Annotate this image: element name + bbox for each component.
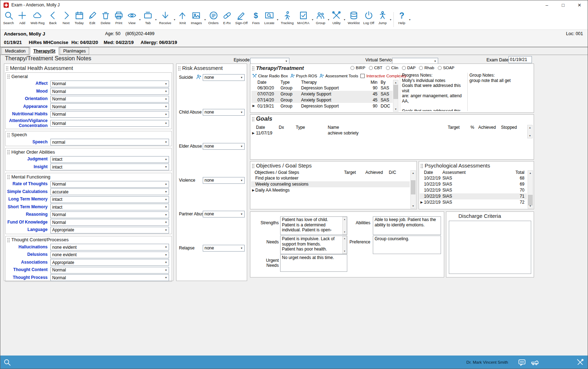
short-term-memory-select[interactable]: intact▼: [50, 204, 169, 210]
toolbar-utility-button[interactable]: Utility: [330, 10, 343, 29]
status-search-button[interactable]: [3, 358, 11, 366]
appearance-select[interactable]: Normal▼: [50, 103, 169, 110]
radio-dap[interactable]: DAP: [402, 66, 416, 70]
tab-therapy-st[interactable]: Therapy/St: [30, 47, 59, 55]
thought-process-select[interactable]: Normal▼: [50, 274, 169, 281]
toolbar-utility-dropdown[interactable]: ▾: [343, 18, 346, 21]
thought-content-select[interactable]: Normal▼: [50, 267, 169, 274]
toolbar-search-button[interactable]: Search: [1, 10, 16, 29]
toolbar-group-dropdown[interactable]: ▾: [327, 18, 330, 21]
toolbar-macra-button[interactable]: MACRA: [295, 10, 311, 29]
progress-notes-text[interactable]: Molly's individual notes Goals that were…: [402, 78, 467, 111]
toolbar-delete-button[interactable]: Delete: [99, 10, 112, 29]
group-notes-text[interactable]: group note that all get: [469, 78, 534, 83]
needs-textbox[interactable]: Patient is impulsive. Lack of support fr…: [280, 236, 347, 254]
assessment-row[interactable]: 10/22/19SIAS69: [420, 181, 527, 187]
close-button[interactable]: ✕: [571, 0, 588, 10]
tools-button[interactable]: [576, 358, 584, 366]
drag-grip-icon[interactable]: [7, 174, 10, 179]
toolbar-sign-off-button[interactable]: Sign-Off: [234, 10, 250, 29]
toolbar-help-dropdown[interactable]: ▾: [408, 18, 411, 21]
violence-select[interactable]: none▼: [203, 177, 245, 184]
messages-button[interactable]: [518, 358, 526, 366]
therapy-row[interactable]: ▶01/19/21GroupDepression Support90DOC: [251, 103, 393, 109]
scroll-up-icon[interactable]: ▲: [528, 171, 533, 175]
toolbar-tracking-button[interactable]: Tracking: [279, 10, 295, 29]
therapy-row[interactable]: 06/30/20GroupDepression Support90SAS: [251, 85, 393, 91]
toolbar-tab-button[interactable]: Tab: [141, 10, 154, 29]
scroll-down-icon[interactable]: ▼: [393, 107, 398, 111]
reasoning-select[interactable]: Normal▼: [50, 211, 169, 218]
mood-select[interactable]: Normal▼: [50, 88, 169, 95]
abilities-textbox[interactable]: Able to keep job. Patient has the abilit…: [373, 216, 441, 235]
radio-rhab[interactable]: Rhab: [419, 66, 434, 70]
toolbar-receive-dropdown[interactable]: ▾: [173, 18, 176, 21]
speech-select[interactable]: normal▼: [50, 139, 169, 145]
toolbar-locate-dropdown[interactable]: ▾: [276, 18, 279, 21]
toolbar-edit-button[interactable]: Edit: [86, 10, 99, 29]
toolbar-locate-button[interactable]: Locate: [262, 10, 276, 29]
drag-grip-icon[interactable]: [251, 116, 254, 121]
toolbar-print-button[interactable]: Print: [112, 10, 125, 29]
elder-abuse-select[interactable]: none▼: [203, 143, 245, 150]
urgent-needs-textbox[interactable]: No urget needs at this time.: [280, 254, 347, 272]
orientation-select[interactable]: Normal▼: [50, 96, 169, 103]
drag-grip-icon[interactable]: [7, 237, 10, 242]
toolbar-view-button[interactable]: View: [125, 10, 138, 29]
radio-clin[interactable]: Clin: [386, 66, 398, 70]
language-select[interactable]: Appropriate▼: [50, 227, 169, 233]
nutritional-habits-select[interactable]: Normal▼: [50, 111, 169, 118]
drag-grip-icon[interactable]: [251, 163, 254, 168]
tab-medication[interactable]: Medication: [1, 47, 29, 55]
psych-ros-button[interactable]: Psych ROS: [290, 73, 317, 78]
drag-grip-icon[interactable]: [7, 74, 10, 79]
drag-grip-icon[interactable]: [251, 66, 254, 71]
toolbar-fees-button[interactable]: $Fees: [249, 10, 262, 29]
toolbar-xmit-button[interactable]: Xmit: [176, 10, 189, 29]
toolbar-orders-button[interactable]: Orders: [207, 10, 220, 29]
toolbar-jump-dropdown[interactable]: ▾: [389, 18, 392, 21]
simple-calculations-select[interactable]: accurate▼: [50, 188, 169, 195]
assessment-row[interactable]: 10/22/19SIAS70: [420, 187, 527, 193]
minimize-button[interactable]: –: [539, 0, 555, 10]
radio-birp[interactable]: BIRP: [350, 66, 365, 70]
goals-row[interactable]: ▶11/07/19achieve sobriety: [250, 130, 534, 136]
textbox-scrollbar[interactable]: ▲▼: [342, 217, 347, 235]
goals-scrollbar[interactable]: ▲▼: [527, 125, 533, 138]
therapy-scrollbar[interactable]: ▲▼: [393, 80, 398, 112]
assessment-row[interactable]: ▶10/22/19SIAS72: [420, 199, 527, 205]
scroll-down-icon[interactable]: ▼: [528, 133, 532, 138]
drag-grip-icon[interactable]: [7, 149, 10, 154]
toolbar-group-button[interactable]: Group: [314, 10, 327, 29]
objectives-row[interactable]: ▶Daily AA Meetings: [251, 187, 410, 193]
relapse-select[interactable]: none▼: [203, 245, 245, 252]
toolbar-back-button[interactable]: Back: [47, 10, 60, 29]
scroll-up-icon[interactable]: ▲: [393, 80, 398, 85]
toolbar-view-dropdown[interactable]: ▾: [138, 18, 141, 21]
toolbar-worklist-button[interactable]: Worklist: [346, 10, 361, 29]
toolbar-add-button[interactable]: Add: [16, 10, 29, 29]
fund-of-knowledge-select[interactable]: Normal▼: [50, 219, 169, 226]
scroll-down-icon[interactable]: ▼: [411, 204, 415, 208]
toolbar-e-rx-button[interactable]: E-Rx: [220, 10, 234, 29]
suicide-select[interactable]: none▼: [203, 74, 245, 81]
toolbar-tab-dropdown[interactable]: ▾: [154, 18, 157, 21]
exam-date-input[interactable]: [508, 56, 532, 63]
toolbar-next-button[interactable]: Next: [60, 10, 73, 29]
toolbar-log-off-button[interactable]: Log Off: [361, 10, 376, 29]
drag-grip-icon[interactable]: [420, 163, 423, 168]
toolbar-receive-button[interactable]: Receive: [157, 10, 173, 29]
attention-vigilance-concentration-select[interactable]: Normal▼: [50, 120, 169, 127]
interactive-complexity-checkbox[interactable]: [360, 74, 365, 78]
radio-cbt[interactable]: CBT: [369, 66, 382, 70]
assessment-row[interactable]: 10/22/19SIAS71: [420, 193, 527, 199]
add-person-button[interactable]: [196, 74, 202, 80]
scroll-down-icon[interactable]: ▼: [343, 230, 347, 234]
drag-grip-icon[interactable]: [7, 132, 10, 137]
assessments-scrollbar[interactable]: ▲▼: [528, 170, 533, 209]
rate-of-thoughts-select[interactable]: Normal▼: [50, 181, 169, 188]
associations-select[interactable]: Appropriate▼: [50, 259, 169, 266]
toolbar-today-button[interactable]: Today: [73, 10, 86, 29]
objectives-row[interactable]: Find place to volunteer: [251, 175, 410, 181]
therapy-row[interactable]: 07/07/20GroupAnxiety Support45SAS: [251, 91, 393, 97]
